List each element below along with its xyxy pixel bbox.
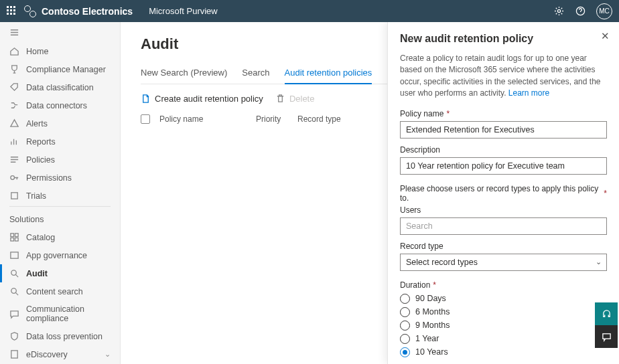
connector-icon: [9, 100, 19, 110]
nav-label: Permissions: [26, 173, 72, 183]
svg-rect-13: [602, 333, 610, 339]
edisc-icon: [9, 349, 19, 359]
nav-comm[interactable]: Communication compliance: [0, 300, 120, 327]
nav-section-solutions: Solutions: [0, 208, 120, 228]
nav-label: Compliance Manager: [26, 65, 106, 74]
floating-actions: [595, 302, 618, 348]
panel-title: New audit retention policy: [400, 33, 607, 45]
col-record-type[interactable]: Record type: [297, 114, 358, 124]
trash-icon: [275, 94, 285, 104]
settings-icon[interactable]: [553, 6, 564, 17]
svg-rect-6: [11, 238, 14, 241]
home-icon: [9, 46, 19, 56]
key-icon: [9, 173, 19, 183]
nav-label: App governance: [26, 251, 87, 260]
feedback-icon[interactable]: [595, 325, 618, 348]
nav-label: Trials: [26, 191, 46, 201]
audit-icon: [9, 268, 19, 278]
waffle-icon[interactable]: [7, 6, 17, 17]
tab-new-search[interactable]: New Search (Preview): [141, 64, 227, 84]
tag-icon: [9, 82, 19, 92]
nav-content[interactable]: Content search: [0, 282, 120, 300]
nav-label: eDiscovery: [26, 350, 68, 359]
nav-alerts[interactable]: Alerts: [0, 114, 120, 132]
duration-6months[interactable]: 6 Months: [400, 307, 607, 317]
nav-compliance[interactable]: Compliance Manager: [0, 60, 120, 78]
comm-icon: [9, 309, 19, 319]
duration-9months[interactable]: 9 Months: [400, 321, 607, 331]
duration-1year[interactable]: 1 Year: [400, 334, 607, 344]
create-policy-button[interactable]: Create audit retention policy: [141, 94, 263, 104]
nav-label: Communication compliance: [26, 304, 111, 323]
svg-rect-5: [15, 234, 18, 237]
svg-rect-7: [15, 238, 18, 241]
panel-description: Create a policy to retain audit logs for…: [400, 53, 607, 100]
appgov-icon: [9, 250, 19, 260]
users-label: Users: [400, 205, 607, 215]
chevron-down-icon: ⌄: [105, 350, 111, 359]
nav-label: Data classification: [26, 83, 94, 92]
nav-permissions[interactable]: Permissions: [0, 169, 120, 187]
search-icon: [9, 286, 19, 296]
svg-point-10: [11, 288, 17, 294]
svg-rect-4: [11, 234, 14, 237]
nav-label: Data connectors: [26, 101, 87, 110]
reports-icon: [9, 136, 19, 147]
policies-icon: [9, 155, 19, 165]
close-icon[interactable]: ✕: [601, 30, 610, 42]
users-input[interactable]: [400, 217, 607, 235]
app-header: Contoso Electronics Microsoft Purview MC: [0, 0, 619, 22]
nav-dlp[interactable]: Data loss prevention: [0, 327, 120, 345]
nav-label: Content search: [26, 287, 83, 296]
nav-catalog[interactable]: Catalog: [0, 228, 120, 246]
nav-audit[interactable]: Audit: [0, 264, 120, 282]
nav-label: Catalog: [26, 233, 55, 242]
record-type-label: Record type: [400, 242, 607, 251]
brand-name: Contoso Electronics: [42, 6, 133, 17]
nav-label: Data loss prevention: [26, 332, 102, 341]
tab-retention-policies[interactable]: Audit retention policies: [285, 64, 372, 84]
description-input[interactable]: [400, 157, 607, 175]
nav-edisc[interactable]: eDiscovery⌄: [0, 345, 120, 363]
nav-trials[interactable]: Trials: [0, 187, 120, 205]
dlp-icon: [9, 331, 19, 341]
duration-90days[interactable]: 90 Days: [400, 294, 607, 304]
policy-name-input[interactable]: [400, 121, 607, 139]
select-all-checkbox[interactable]: [141, 114, 150, 124]
nav-label: Home: [26, 47, 48, 56]
nav-reports[interactable]: Reports: [0, 132, 120, 151]
nav-home[interactable]: Home: [0, 42, 120, 60]
collapse-nav-icon[interactable]: [0, 25, 120, 42]
flyout-panel: ✕ New audit retention policy Create a po…: [387, 22, 619, 364]
catalog-icon: [9, 232, 19, 242]
nav-appgov[interactable]: App governance: [0, 246, 120, 264]
alert-icon: [9, 118, 19, 128]
duration-radio-group: 90 Days 6 Months 9 Months 1 Year 10 Year…: [400, 294, 607, 357]
svg-rect-8: [11, 252, 18, 258]
new-doc-icon: [141, 94, 151, 104]
col-priority[interactable]: Priority: [256, 114, 288, 124]
learn-more-link[interactable]: Learn more: [508, 88, 549, 98]
user-avatar[interactable]: MC: [596, 3, 612, 19]
headset-icon[interactable]: [595, 302, 618, 325]
policy-name-label: Policy name *: [400, 109, 607, 118]
svg-rect-3: [11, 193, 17, 199]
brand-logo-icon: [24, 5, 36, 17]
trophy-icon: [9, 64, 19, 74]
nav-dataconn[interactable]: Data connectors: [0, 96, 120, 114]
svg-point-9: [11, 270, 17, 276]
duration-10years[interactable]: 10 Years: [400, 347, 607, 357]
nav-dataclass[interactable]: Data classification: [0, 78, 120, 96]
col-policy-name[interactable]: Policy name: [159, 114, 247, 124]
svg-point-0: [557, 9, 560, 12]
main-content: Audit New Search (Preview) Search Audit …: [121, 22, 619, 364]
record-type-select[interactable]: ⌄: [400, 254, 607, 271]
tab-search[interactable]: Search: [242, 64, 269, 84]
svg-point-2: [11, 176, 15, 180]
description-label: Description: [400, 145, 607, 155]
nav-label: Audit: [26, 269, 48, 278]
apply-scope-label: Please choose users or record types to a…: [400, 184, 607, 203]
help-icon[interactable]: [575, 6, 586, 17]
product-name: Microsoft Purview: [149, 6, 218, 16]
nav-policies[interactable]: Policies: [0, 151, 120, 169]
